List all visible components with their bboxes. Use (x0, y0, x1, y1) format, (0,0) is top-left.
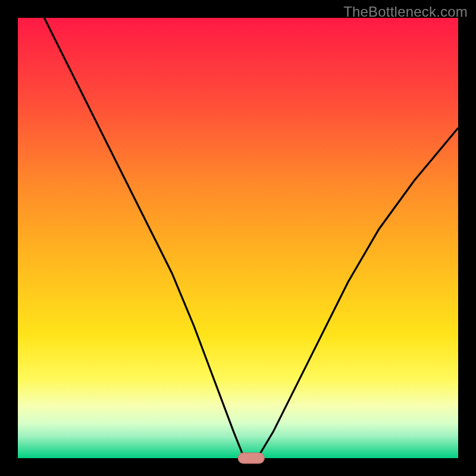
minimum-marker (238, 453, 264, 464)
watermark-text: TheBottleneck.com (343, 4, 468, 20)
plot-background (18, 18, 458, 458)
bottleneck-chart (0, 0, 476, 476)
chart-frame: { "watermark": "TheBottleneck.com", "col… (0, 0, 476, 476)
